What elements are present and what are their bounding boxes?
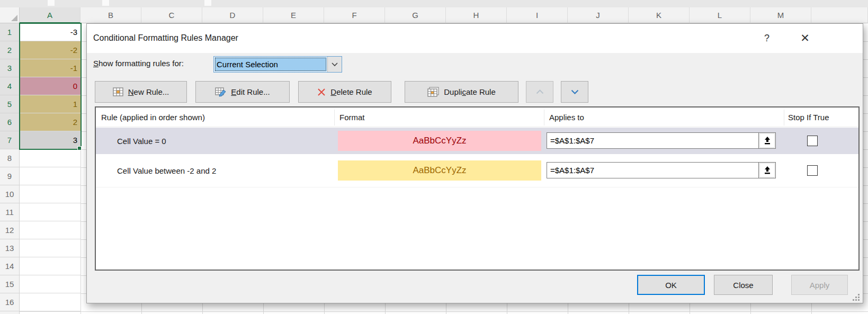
fill-handle[interactable] [77, 146, 82, 150]
combobox-value[interactable]: Current Selection [214, 57, 327, 71]
resize-grip-icon [852, 293, 860, 301]
top-strip [0, 0, 868, 7]
move-rule-down-button[interactable] [561, 81, 588, 103]
row-header-2[interactable]: 2 [0, 41, 20, 59]
row-header-8[interactable]: 8 [0, 149, 20, 167]
column-header-J[interactable]: J [568, 7, 629, 23]
move-rule-up-button[interactable] [526, 81, 553, 103]
rule-description: Cell Value between -2 and 2 [117, 157, 216, 184]
row-separator [96, 187, 858, 187]
column-header-G[interactable]: G [385, 7, 446, 23]
cell-A8[interactable] [20, 149, 80, 167]
column-header-K[interactable]: K [629, 7, 690, 23]
column-header-E[interactable]: E [263, 7, 324, 23]
cell-A16[interactable] [20, 293, 80, 311]
cell-A3[interactable]: -1 [20, 59, 80, 77]
row-header-4[interactable]: 4 [0, 77, 20, 95]
row-header-15[interactable]: 15 [0, 275, 20, 293]
column-header-F[interactable]: F [324, 7, 385, 23]
header-underline [96, 127, 858, 127]
edit-rule-label: Edit Rule... [231, 87, 270, 96]
cell-A15[interactable] [20, 275, 80, 293]
row-header-12[interactable]: 12 [0, 221, 20, 239]
header-separator [784, 110, 784, 125]
apply-button[interactable]: Apply [791, 275, 848, 295]
row-header-10[interactable]: 10 [0, 185, 20, 203]
chevron-down-icon [571, 89, 579, 94]
cell-A12[interactable] [20, 221, 80, 239]
close-button[interactable]: Close [714, 275, 773, 295]
delete-rule-x-icon [317, 88, 326, 96]
combobox-dropdown-button[interactable] [327, 57, 342, 72]
delete-rule-label: Delete Rule [330, 87, 372, 96]
column-header-M[interactable]: M [750, 7, 811, 23]
rule-row[interactable]: Cell Value between -2 and 2 AaBbCcYyZz =… [96, 157, 858, 184]
duplicate-rule-icon [427, 87, 439, 97]
edit-rule-pencil-icon [215, 87, 226, 97]
select-all-triangle-icon [11, 15, 17, 21]
strip-notch [48, 0, 55, 6]
conditional-formatting-rules-manager-dialog: Conditional Formatting Rules Manager ? ✕… [86, 23, 863, 303]
edit-rule-button[interactable]: Edit Rule... [195, 81, 290, 103]
close-icon[interactable]: ✕ [793, 29, 817, 47]
cell-A5[interactable]: 1 [20, 95, 80, 113]
cell-A6[interactable]: 2 [20, 113, 80, 131]
row-header-6[interactable]: 6 [0, 113, 20, 131]
format-preview: AaBbCcYyZz [338, 131, 541, 151]
collapse-dialog-button[interactable] [758, 132, 776, 149]
delete-rule-button[interactable]: Delete Rule [298, 81, 391, 103]
select-all-corner[interactable] [0, 7, 20, 23]
collapse-dialog-icon [764, 137, 771, 145]
col-header-rule: Rule (applied in order shown) [101, 113, 205, 122]
collapse-dialog-icon [764, 166, 771, 174]
row-header-partial [0, 311, 20, 314]
cell-A1[interactable]: -3 [20, 23, 80, 41]
rules-list: Rule (applied in order shown) Format App… [95, 106, 860, 271]
cell-A9[interactable] [20, 167, 80, 185]
cell-A10[interactable] [20, 185, 80, 203]
col-header-stop-if-true: Stop If True [788, 113, 829, 122]
gridline-vertical [80, 23, 81, 314]
row-header-1[interactable]: 1 [0, 23, 20, 41]
cell-A13[interactable] [20, 239, 80, 257]
cell-A2[interactable]: -2 [20, 41, 80, 59]
column-header-C[interactable]: C [141, 7, 202, 23]
cell-A11[interactable] [20, 203, 80, 221]
cell-A14[interactable] [20, 257, 80, 275]
show-rules-for-combobox[interactable]: Current Selection [213, 56, 342, 73]
row-header-16[interactable]: 16 [0, 293, 20, 311]
collapse-dialog-button[interactable] [758, 162, 776, 178]
row-header-7[interactable]: 7 [0, 131, 20, 149]
cell-A4[interactable]: 0 [20, 77, 80, 95]
row-header-3[interactable]: 3 [0, 59, 20, 77]
column-header-B[interactable]: B [80, 7, 141, 23]
help-icon[interactable]: ? [758, 30, 775, 46]
row-header-9[interactable]: 9 [0, 167, 20, 185]
row-header-11[interactable]: 11 [0, 203, 20, 221]
stop-if-true-checkbox[interactable] [807, 165, 818, 176]
rule-description: Cell Value = 0 [117, 128, 166, 154]
row-header-14[interactable]: 14 [0, 257, 20, 275]
duplicate-rule-label: Duplicate Rule [444, 87, 496, 96]
cell-A7[interactable]: 3 [20, 131, 80, 149]
dialog-title: Conditional Formatting Rules Manager [93, 33, 238, 43]
chevron-up-icon [536, 89, 544, 94]
new-rule-button[interactable]: New Rule... [95, 81, 187, 103]
column-header-blank[interactable] [811, 7, 868, 23]
row-header-13[interactable]: 13 [0, 239, 20, 257]
stop-if-true-checkbox[interactable] [807, 136, 818, 146]
column-header-H[interactable]: H [446, 7, 507, 23]
duplicate-rule-button[interactable]: Duplicate Rule [405, 81, 518, 103]
rule-row[interactable]: Cell Value = 0 AaBbCcYyZz =$A$1:$A$7 [96, 128, 858, 154]
column-header-I[interactable]: I [507, 7, 568, 23]
ok-button[interactable]: OK [637, 275, 705, 295]
column-header-L[interactable]: L [690, 7, 750, 23]
excel-app: ABCDEFGHIJKLM 1-32-23-140516273891011121… [0, 0, 868, 314]
row-header-5[interactable]: 5 [0, 95, 20, 113]
applies-to-input[interactable]: =$A$1:$A$7 [547, 132, 759, 149]
header-separator [544, 110, 544, 125]
resize-grip[interactable] [852, 293, 861, 302]
applies-to-input[interactable]: =$A$1:$A$7 [547, 162, 759, 178]
column-header-A[interactable]: A [20, 7, 80, 23]
column-header-D[interactable]: D [202, 7, 263, 23]
